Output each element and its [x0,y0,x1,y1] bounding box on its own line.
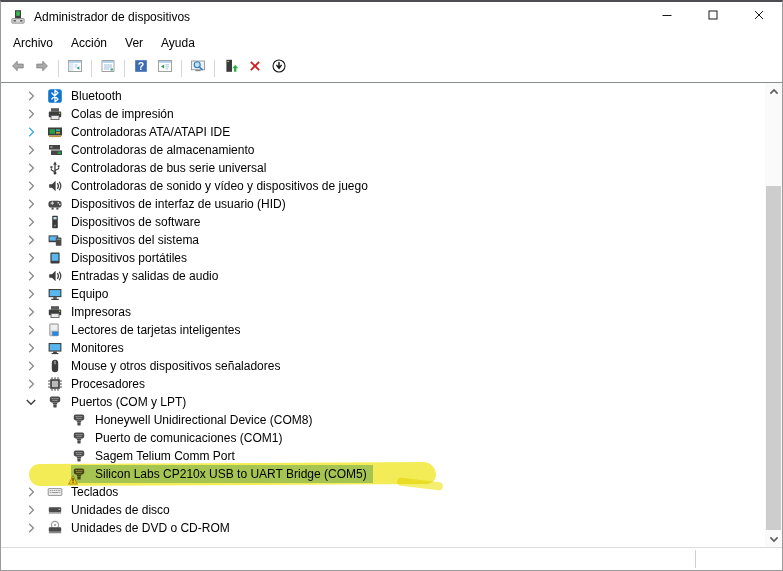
tree-item-label: Controladoras de almacenamiento [69,143,256,157]
chevron-right-icon[interactable] [23,286,39,302]
tree-item[interactable]: Dispositivos de interfaz de usuario (HID… [1,195,765,213]
audio-io-icon [47,268,63,284]
tree-item-hit-area[interactable]: Mouse y otros dispositivos señaladores [47,357,286,375]
help-button[interactable]: ? [130,57,152,79]
forward-button[interactable] [31,57,53,79]
tree-item[interactable]: Honeywell Unidirectional Device (COM8) [1,411,765,429]
back-button[interactable] [7,57,29,79]
chevron-right-icon[interactable] [23,160,39,176]
tree-item[interactable]: Unidades de disco [1,501,765,519]
chevron-right-icon[interactable] [23,376,39,392]
maximize-button[interactable] [690,2,736,32]
tree-item-hit-area[interactable]: Controladoras ATA/ATAPI IDE [47,123,236,141]
tree-item-hit-area[interactable]: Teclados [47,483,124,501]
tree-item-hit-area[interactable]: Entradas y salidas de audio [47,267,224,285]
tree-item-hit-area[interactable]: Bluetooth [47,87,128,105]
tree-item-hit-area[interactable]: Dispositivos de software [47,213,206,231]
tree-item-hit-area[interactable]: Unidades de disco [47,501,176,519]
tree-item-hit-area[interactable]: Unidades de DVD o CD-ROM [47,519,236,537]
scrollbar-thumb[interactable] [766,186,781,530]
tree-item-hit-area[interactable]: Silicon Labs CP210x USB to UART Bridge (… [71,465,373,483]
menu-ayuda[interactable]: Ayuda [152,34,204,52]
tree-item-label: Unidades de DVD o CD-ROM [69,521,232,535]
tree-item[interactable]: Puerto de comunicaciones (COM1) [1,429,765,447]
chevron-right-icon[interactable] [23,106,39,122]
properties-button[interactable] [97,57,119,79]
uninstall-button[interactable] [244,57,266,79]
chevron-right-icon[interactable] [23,88,39,104]
chevron-right-icon[interactable] [23,268,39,284]
chevron-right-icon[interactable] [23,250,39,266]
console-tree-button[interactable] [64,57,86,79]
minimize-button[interactable] [644,2,690,32]
tree-item-hit-area[interactable]: Controladoras de bus serie universal [47,159,272,177]
tree-item-hit-area[interactable]: Impresoras [47,303,137,321]
system-device-icon [47,232,63,248]
tree-item-hit-area[interactable]: Controladoras de almacenamiento [47,141,260,159]
tree-item[interactable]: Dispositivos del sistema [1,231,765,249]
tree-item-hit-area[interactable]: Honeywell Unidirectional Device (COM8) [71,411,318,429]
tree-item[interactable]: Controladoras de almacenamiento [1,141,765,159]
chevron-right-icon[interactable] [23,304,39,320]
tree-item-hit-area[interactable]: Procesadores [47,375,151,393]
tree-item[interactable]: Equipo [1,285,765,303]
close-button[interactable] [736,2,782,32]
update-driver-button[interactable] [220,57,242,79]
tree-item-hit-area[interactable]: Sagem Telium Comm Port [71,447,241,465]
tree-item[interactable]: Silicon Labs CP210x USB to UART Bridge (… [1,465,765,483]
tree-item[interactable]: Puertos (COM y LPT) [1,393,765,411]
scroll-down-icon[interactable] [765,530,782,547]
menu-archivo[interactable]: Archivo [4,34,62,52]
chevron-right-icon[interactable] [23,484,39,500]
tree-item-hit-area[interactable]: Controladoras de sonido y vídeo y dispos… [47,177,374,195]
scan-hardware-button[interactable] [268,57,290,79]
tree-item-hit-area[interactable]: Lectores de tarjetas inteligentes [47,321,246,339]
tree-item[interactable]: Mouse y otros dispositivos señaladores [1,357,765,375]
scan-icon [190,58,206,78]
scan-button[interactable] [187,57,209,79]
chevron-right-icon[interactable] [23,358,39,374]
tree-item[interactable]: Dispositivos portátiles [1,249,765,267]
tree-item-hit-area[interactable]: Monitores [47,339,130,357]
tree-item[interactable]: Dispositivos de software [1,213,765,231]
tree-item[interactable]: Teclados [1,483,765,501]
tree-item-hit-area[interactable]: Dispositivos portátiles [47,249,193,267]
tree-item[interactable]: Procesadores [1,375,765,393]
svg-text:?: ? [138,60,144,72]
tree-item[interactable]: Controladoras de bus serie universal [1,159,765,177]
chevron-right-icon[interactable] [23,502,39,518]
tree-item-hit-area[interactable]: Dispositivos del sistema [47,231,205,249]
tree-item[interactable]: Entradas y salidas de audio [1,267,765,285]
chevron-right-icon[interactable] [23,340,39,356]
tree-item-hit-area[interactable]: Dispositivos de interfaz de usuario (HID… [47,195,292,213]
tree-item[interactable]: Impresoras [1,303,765,321]
chevron-right-icon[interactable] [23,214,39,230]
tree-item[interactable]: Controladoras de sonido y vídeo y dispos… [1,177,765,195]
tree-item[interactable]: Monitores [1,339,765,357]
menu-accion[interactable]: Acción [62,34,116,52]
tree-item-hit-area[interactable]: Colas de impresión [47,105,180,123]
chevron-right-icon[interactable] [23,142,39,158]
menu-ver[interactable]: Ver [116,34,152,52]
tree-item[interactable]: Unidades de DVD o CD-ROM [1,519,765,537]
chevron-down-icon[interactable] [23,394,39,410]
tree-item[interactable]: Sagem Telium Comm Port [1,447,765,465]
tree-item[interactable]: Bluetooth [1,87,765,105]
chevron-right-icon[interactable] [23,232,39,248]
tree-item-hit-area[interactable]: Puerto de comunicaciones (COM1) [71,429,288,447]
tree-item[interactable]: Lectores de tarjetas inteligentes [1,321,765,339]
tree-item[interactable]: Colas de impresión [1,105,765,123]
chevron-right-icon[interactable] [23,196,39,212]
chevron-right-icon[interactable] [23,520,39,536]
vertical-scrollbar[interactable] [765,83,782,547]
printer-icon [47,106,63,122]
chevron-right-icon[interactable] [23,124,39,140]
scroll-up-icon[interactable] [765,83,782,100]
tree-item[interactable]: Controladoras ATA/ATAPI IDE [1,123,765,141]
chevron-right-icon[interactable] [23,322,39,338]
chevron-right-icon[interactable] [23,178,39,194]
show-window-button[interactable] [154,57,176,79]
tree-item-hit-area[interactable]: Puertos (COM y LPT) [47,393,192,411]
tree-item-hit-area[interactable]: Equipo [47,285,114,303]
hid-icon [47,196,63,212]
